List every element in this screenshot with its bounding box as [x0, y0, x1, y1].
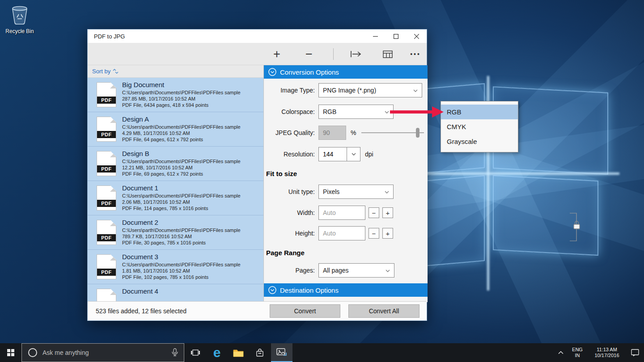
store-button[interactable] [250, 343, 270, 362]
collapse-chevron-icon [268, 68, 276, 76]
section-title: Destination Options [280, 286, 339, 294]
start-button[interactable] [0, 343, 21, 362]
conversion-options-header[interactable]: Conversion Options [264, 65, 428, 79]
jpeg-quality-input: 90 [318, 126, 346, 140]
microphone-icon[interactable] [171, 348, 178, 357]
chevron-up-icon [558, 351, 564, 354]
pdf-badge: PDF [97, 269, 116, 276]
minimize-icon [373, 34, 378, 39]
pdf-badge: PDF [97, 200, 116, 207]
window-titlebar[interactable]: PDF to JPG [88, 29, 427, 43]
colorspace-label: Colorspace: [264, 108, 315, 115]
file-name: Design A [122, 115, 261, 124]
grid-view-button[interactable] [379, 43, 397, 65]
taskbar-search[interactable] [21, 343, 184, 362]
language-code: ENG [567, 347, 588, 353]
resolution-dropdown-button[interactable] [347, 147, 360, 161]
height-value: Auto [323, 230, 336, 237]
resolution-row: Resolution: 144 dpi [264, 147, 428, 161]
maximize-icon [394, 34, 398, 39]
file-meta: Document 4 [122, 287, 261, 296]
file-row-document-2[interactable]: PDF Document 2 C:\Users\parth\Documents\… [88, 215, 263, 250]
pdf-to-jpg-taskbar-button[interactable] [271, 343, 292, 362]
convert-all-label: Convert All [369, 307, 399, 315]
close-button[interactable] [406, 29, 427, 43]
lock-icon[interactable] [569, 213, 581, 241]
tray-overflow-button[interactable] [555, 343, 567, 362]
add-files-button[interactable]: + [268, 43, 286, 65]
file-row-design-a[interactable]: PDF Design A C:\Users\parth\Documents\PD… [88, 112, 263, 147]
file-path: C:\Users\parth\Documents\PDFFiles\PDFFil… [122, 261, 261, 268]
colorspace-dropdown[interactable]: RGB [318, 105, 394, 119]
pdf-to-jpg-window: PDF to JPG + − [87, 29, 427, 321]
menu-item-grayscale[interactable]: Grayscale [441, 134, 518, 149]
file-name: Document 1 [122, 184, 261, 193]
move-button[interactable] [347, 43, 365, 65]
clock-date: 10/17/2016 [588, 353, 626, 358]
convert-all-button[interactable]: Convert All [348, 304, 419, 318]
clock[interactable]: 11:13 AM 10/17/2016 [588, 347, 626, 358]
page-range-header: Page Range [266, 249, 305, 257]
file-path: C:\Users\parth\Documents\PDFFiles\PDFFil… [122, 124, 261, 130]
menu-item-rgb[interactable]: RGB [441, 105, 518, 119]
pages-dropdown[interactable]: All pages [318, 263, 394, 278]
minimize-button[interactable] [365, 29, 386, 43]
recycle-bin-label: Recycle Bin [3, 28, 37, 34]
resolution-value: 144 [323, 151, 333, 158]
file-row-document-4[interactable]: PDF Document 4 [88, 284, 263, 302]
file-details: PDF File, 64 pages, 612 x 792 points [122, 136, 261, 143]
grid-icon [383, 51, 393, 58]
unit-type-dropdown[interactable]: Pixels [318, 185, 394, 199]
file-details: PDF File, 30 pages, 785 x 1016 points [122, 240, 261, 246]
file-path: C:\Users\parth\Documents\PDFFiles\PDFFil… [122, 227, 261, 233]
height-decrement-button[interactable]: − [369, 228, 379, 239]
menu-item-cmyk[interactable]: CMYK [441, 119, 518, 134]
file-path: C:\Users\parth\Documents\PDFFiles\PDFFil… [122, 193, 261, 199]
file-list-pane: Sort by PDF Big Document C:\Users\parth\… [88, 65, 263, 302]
remove-files-button[interactable]: − [300, 43, 318, 65]
colorspace-value: RGB [323, 108, 336, 115]
colorspace-menu: RGB CMYK Grayscale [441, 101, 518, 152]
width-decrement-button[interactable]: − [369, 207, 379, 218]
file-list: PDF Big Document C:\Users\parth\Document… [88, 78, 263, 302]
width-increment-button[interactable]: + [382, 207, 393, 218]
width-input[interactable]: Auto [318, 206, 365, 220]
file-explorer-button[interactable] [228, 343, 249, 362]
file-path: C:\Users\parth\Documents\PDFFiles\PDFFil… [122, 89, 261, 96]
cortana-icon [28, 348, 37, 357]
file-row-document-1[interactable]: PDF Document 1 C:\Users\parth\Documents\… [88, 181, 263, 215]
file-row-big-document[interactable]: PDF Big Document C:\Users\parth\Document… [88, 78, 263, 112]
width-label: Width: [264, 209, 315, 216]
pages-value: All pages [323, 267, 349, 274]
convert-button[interactable]: Convert [270, 304, 340, 318]
more-options-button[interactable]: ••• [407, 43, 424, 65]
file-size-date: 789.7 KB, 10/17/2016 10:52 AM [122, 233, 261, 240]
file-path: C:\Users\parth\Documents\PDFFiles\PDFFil… [122, 158, 261, 164]
sort-by-control[interactable]: Sort by [88, 65, 263, 78]
pdf-badge: PDF [97, 234, 116, 241]
maximize-button[interactable] [386, 29, 406, 43]
file-row-document-3[interactable]: PDF Document 3 C:\Users\parth\Documents\… [88, 250, 263, 284]
file-meta: Document 3 C:\Users\parth\Documents\PDFF… [122, 253, 261, 280]
pdf-file-icon: PDF [97, 254, 116, 279]
pdf-to-jpg-app-icon [276, 348, 287, 357]
recycle-bin[interactable]: Recycle Bin [3, 4, 37, 34]
image-type-row: Image Type: PNG Image (*.png) [264, 83, 428, 97]
image-type-dropdown[interactable]: PNG Image (*.png) [318, 83, 422, 97]
jpeg-quality-value: 90 [323, 129, 330, 136]
destination-options-header[interactable]: Destination Options [264, 283, 428, 297]
file-details: PDF File, 102 pages, 785 x 1016 points [122, 274, 261, 280]
width-value: Auto [323, 209, 336, 216]
action-center-button[interactable] [626, 343, 644, 362]
edge-button[interactable]: e [207, 343, 227, 362]
resolution-input[interactable]: 144 [318, 147, 347, 161]
file-row-design-b[interactable]: PDF Design B C:\Users\parth\Documents\PD… [88, 147, 263, 181]
file-details: PDF File, 6434 pages, 418 x 594 points [122, 102, 261, 108]
language-indicator[interactable]: ENG IN [567, 347, 588, 358]
search-input[interactable] [42, 349, 171, 356]
height-input[interactable]: Auto [318, 226, 365, 240]
height-increment-button[interactable]: + [382, 228, 393, 239]
chevron-down-icon [352, 153, 356, 156]
file-name: Design B [122, 149, 261, 158]
task-view-button[interactable] [185, 343, 206, 362]
